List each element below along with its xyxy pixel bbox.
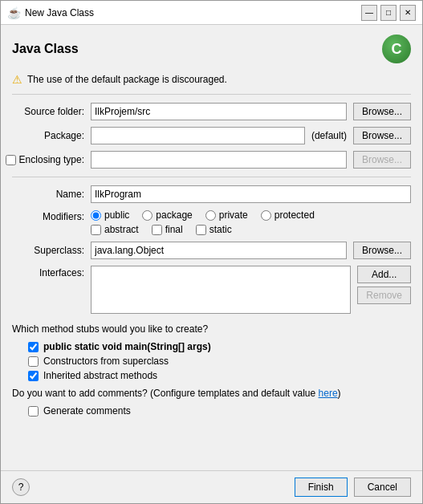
enclosing-type-browse-button[interactable]: Browse... [353, 151, 411, 169]
radio-package: package [142, 209, 192, 221]
stub-constructors-label: Constructors from superclass [43, 356, 169, 367]
radio-private-label: private [219, 209, 248, 221]
interfaces-label: Interfaces: [12, 267, 84, 278]
radio-protected-input[interactable] [261, 210, 271, 221]
name-row: Name: [12, 185, 411, 203]
finish-button[interactable]: Finish [295, 478, 348, 497]
superclass-label: Superclass: [12, 245, 84, 256]
comments-question: Do you want to add comments? (Configure … [12, 388, 411, 399]
generate-comments-row: Generate comments [28, 405, 411, 417]
interfaces-buttons: Add... Remove [357, 266, 411, 304]
package-browse-button[interactable]: Browse... [353, 127, 411, 144]
dialog-title: Java Class [12, 42, 79, 56]
superclass-input[interactable] [91, 242, 347, 259]
window-icon: ☕ [7, 6, 20, 19]
title-bar: ☕ New Java Class — □ ✕ [1, 1, 422, 25]
radio-public-input[interactable] [91, 210, 101, 221]
interfaces-input[interactable] [91, 266, 351, 314]
warning-icon: ⚠ [12, 73, 22, 86]
window-title: New Java Class [25, 7, 361, 18]
check-final-input[interactable] [152, 225, 162, 235]
dialog-content: Java Class C ⚠ The use of the default pa… [1, 25, 422, 470]
radio-package-input[interactable] [142, 210, 153, 221]
cancel-button[interactable]: Cancel [354, 478, 411, 497]
check-abstract-input[interactable] [91, 225, 101, 235]
separator-1 [12, 94, 411, 95]
radio-private: private [205, 209, 248, 221]
package-input[interactable] [91, 127, 305, 144]
enclosing-type-checkbox[interactable] [6, 155, 16, 165]
modifiers-line-1: public package private protected [91, 209, 315, 221]
source-folder-label: Source folder: [12, 106, 84, 117]
radio-public-label: public [104, 209, 129, 221]
check-static-label: static [209, 224, 232, 235]
check-abstract-label: abstract [104, 224, 139, 235]
radio-package-label: package [156, 209, 192, 221]
footer: ? Finish Cancel [1, 470, 422, 503]
generate-comments-checkbox[interactable] [28, 406, 39, 417]
section-header: Java Class C [12, 35, 411, 63]
maximize-button[interactable]: □ [380, 5, 397, 21]
modifiers-row: Modifiers: public package private [12, 209, 411, 235]
superclass-row: Superclass: Browse... [12, 242, 411, 259]
stub-main-label: public static void main(String[] args) [43, 341, 211, 352]
warning-text: The use of the default package is discou… [27, 74, 227, 85]
window: ☕ New Java Class — □ ✕ Java Class C ⚠ Th… [0, 0, 423, 504]
name-label: Name: [12, 189, 84, 200]
modifiers-line-2: abstract final static [91, 224, 315, 235]
interfaces-row: Interfaces: Add... Remove [12, 266, 411, 314]
package-label: Package: [12, 130, 84, 141]
generate-comments-label: Generate comments [43, 405, 131, 417]
close-button[interactable]: ✕ [400, 5, 416, 21]
radio-protected: protected [261, 209, 315, 221]
stub-inherited-label: Inherited abstract methods [43, 370, 157, 381]
minimize-button[interactable]: — [361, 5, 377, 21]
check-static: static [196, 224, 232, 235]
stub-main-checkbox[interactable] [28, 342, 39, 352]
stubs-question: Which method stubs would you like to cre… [12, 323, 411, 335]
package-row: Package: (default) Browse... [12, 127, 411, 144]
stub-constructors-row: Constructors from superclass [28, 356, 411, 367]
source-folder-browse-button[interactable]: Browse... [353, 103, 411, 120]
enclosing-type-row: Enclosing type: Browse... [12, 151, 411, 169]
check-final: final [152, 224, 183, 235]
radio-public: public [91, 209, 129, 221]
stub-inherited-checkbox[interactable] [28, 371, 39, 381]
stub-constructors-checkbox[interactable] [28, 356, 39, 367]
radio-private-input[interactable] [205, 210, 216, 221]
comments-question-prefix: Do you want to add comments? (Configure … [12, 388, 319, 399]
stub-main-row: public static void main(String[] args) [28, 341, 411, 352]
logo-letter: C [392, 41, 402, 58]
help-button[interactable]: ? [12, 478, 30, 496]
enclosing-type-input[interactable] [91, 151, 347, 169]
radio-protected-label: protected [275, 209, 315, 221]
enclosing-type-label: Enclosing type: [19, 154, 84, 165]
separator-2 [12, 177, 411, 177]
source-folder-input[interactable] [91, 103, 347, 120]
package-default-text: (default) [311, 130, 347, 141]
title-bar-controls: — □ ✕ [361, 5, 416, 21]
warning-bar: ⚠ The use of the default package is disc… [12, 73, 411, 86]
stubs-section: public static void main(String[] args) C… [28, 341, 411, 381]
interfaces-remove-button[interactable]: Remove [357, 287, 411, 304]
check-static-input[interactable] [196, 225, 206, 235]
check-abstract: abstract [91, 224, 139, 235]
superclass-browse-button[interactable]: Browse... [353, 242, 411, 259]
check-final-label: final [165, 224, 183, 235]
interfaces-add-button[interactable]: Add... [357, 266, 411, 283]
stub-inherited-row: Inherited abstract methods [28, 370, 411, 381]
footer-left: ? [12, 478, 288, 496]
source-folder-row: Source folder: Browse... [12, 103, 411, 120]
modifiers-label: Modifiers: [12, 211, 84, 222]
name-input[interactable] [91, 185, 411, 203]
eclipse-logo: C [382, 35, 411, 63]
comments-question-suffix: ) [338, 388, 341, 399]
comments-here-link[interactable]: here [319, 388, 338, 399]
